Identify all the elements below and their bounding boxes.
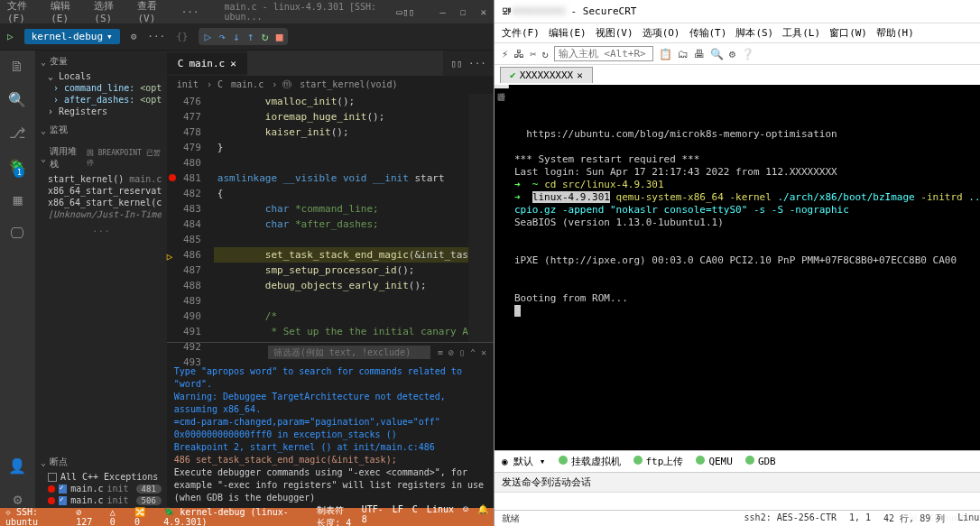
minimap[interactable]: [468, 94, 494, 342]
variables-header[interactable]: ⌄ 变量: [41, 52, 162, 70]
crt-menu-item[interactable]: 脚本(S): [735, 26, 773, 40]
send-command-input[interactable]: [495, 492, 980, 510]
bottom-tab[interactable]: 挂载虚拟机: [559, 455, 621, 468]
crt-menu-item[interactable]: 编辑(E): [549, 26, 587, 40]
tab-close-icon[interactable]: ✕: [230, 58, 236, 69]
settings-icon[interactable]: ⚙: [14, 491, 23, 508]
disconnect-icon[interactable]: ✂: [530, 48, 536, 60]
toolbar-icon[interactable]: 📋: [659, 48, 672, 60]
remote-icon[interactable]: 🖵: [10, 225, 24, 242]
debug-continue-icon[interactable]: ▷: [204, 30, 211, 43]
window-close[interactable]: ✕: [480, 6, 486, 18]
status-encoding[interactable]: UTF-8: [362, 504, 384, 526]
crt-menu-item[interactable]: 窗口(W): [829, 26, 867, 40]
stack-frame[interactable]: [Unknown/Just-In-Time co…: [41, 208, 162, 220]
explorer-icon[interactable]: 🗎: [10, 58, 24, 75]
toolbar-icon[interactable]: ❔: [741, 48, 754, 60]
crt-menu-item[interactable]: 文件(F): [502, 26, 540, 40]
bottom-tab[interactable]: GDB: [745, 456, 776, 467]
bp-all-exceptions[interactable]: All C++ Exceptions: [41, 471, 162, 483]
account-icon[interactable]: 👤: [8, 457, 26, 475]
crt-tab[interactable]: ✔ XXXXXXXXX ✕: [500, 67, 593, 83]
host-input[interactable]: [554, 46, 653, 61]
window-maximize[interactable]: ☐: [460, 6, 467, 18]
more-icon[interactable]: ···: [147, 31, 165, 42]
breakpoints-header[interactable]: ⌄ 断点: [41, 453, 162, 471]
activity-bar: 🗎 🔍 ⎇ 🪲1 ▦ 🖵 👤 ⚙: [0, 51, 35, 508]
debug-console: ≡ ⊘ ▯ ⌃ ✕ Type "apropos word" to search …: [167, 342, 494, 508]
crt-menu-item[interactable]: 工具(L): [782, 26, 820, 40]
bp-row[interactable]: main.c init506: [41, 494, 162, 506]
code-editor[interactable]: vmalloc_init(); ioremap_huge_init(); kai…: [214, 94, 468, 342]
console-filter-input[interactable]: [268, 346, 430, 359]
status-cursor: 1, 1: [849, 512, 871, 525]
toolbar-icon[interactable]: 🔍: [710, 48, 724, 60]
toolbar-icon[interactable]: ⚙: [729, 48, 735, 60]
watch-header[interactable]: ⌄ 监视: [41, 121, 162, 139]
bottom-tab[interactable]: ◉ 默认 ▾: [502, 455, 546, 468]
crt-menu-item[interactable]: 传输(T): [689, 26, 727, 40]
status-errors[interactable]: ⊘ 127: [76, 507, 98, 526]
stack-frame[interactable]: start_kernel() main.c: [41, 173, 162, 185]
breadcrumb[interactable]: init › C main.c › ⓜ start_kernel(void): [167, 76, 494, 94]
debug-step-out-icon[interactable]: ↑: [247, 30, 254, 43]
var-after-dashes[interactable]: › after_dashes: <optimiz…: [41, 94, 162, 106]
stack-frame[interactable]: x86_64_start_reservations: [41, 185, 162, 197]
bp-row[interactable]: main.c init481: [41, 483, 162, 494]
tab-close-icon[interactable]: ✕: [577, 69, 583, 81]
editor-tab[interactable]: C main.c ✕: [167, 53, 247, 74]
quick-connect-icon[interactable]: ⚡: [502, 48, 508, 60]
debug-restart-icon[interactable]: ↻: [262, 30, 269, 43]
layout-icon[interactable]: ▭▯▯: [396, 6, 414, 18]
var-command-line[interactable]: › command_line: <optimiz…: [41, 82, 162, 94]
split-icon[interactable]: ▯▯ ···: [443, 58, 494, 69]
code-gutter[interactable]: 476477478479480481482483484485486▷487488…: [167, 94, 214, 342]
crt-terminal[interactable]: 会话管理器 https://ubuntu.com/blog/microk8s-m…: [495, 85, 980, 450]
status-feedback-icon[interactable]: ☺: [463, 504, 468, 526]
debug-step-into-icon[interactable]: ↓: [233, 30, 240, 43]
debug-stop-icon[interactable]: ■: [276, 30, 283, 43]
search-icon[interactable]: 🔍: [8, 91, 26, 108]
callstack-header[interactable]: ⌄ 调用堆栈 因 BREAKPOINT 已暂停: [41, 143, 162, 173]
status-remote[interactable]: ⟐ SSH: ubuntu: [5, 507, 65, 526]
crt-bottom-tabs: ◉ 默认 ▾ 挂载虚拟机 ftp上传 QEMU GDB: [495, 450, 980, 472]
debug-icon[interactable]: 🪲1: [0, 158, 26, 175]
bottom-tab[interactable]: ftp上传: [633, 455, 684, 468]
menu-file[interactable]: 文件(F): [7, 0, 38, 24]
toolbar-icon[interactable]: 🖶: [694, 48, 705, 60]
status-eol[interactable]: LF: [393, 504, 403, 526]
crt-menu-item[interactable]: 视图(V): [596, 26, 633, 40]
scm-icon[interactable]: ⎇: [9, 125, 25, 142]
bottom-tab[interactable]: QEMU: [696, 456, 733, 467]
connect-icon[interactable]: 🖧: [513, 48, 524, 60]
vscode-title-bar: 文件(F) 编辑(E) 选择(S) 查看(V) ··· main.c - lin…: [0, 0, 494, 23]
crt-status-bar: 就绪 ssh2: AES-256-CTR 1, 1 42 行, 89 列 Lin…: [495, 510, 980, 526]
menu-edit[interactable]: 编辑(E): [51, 0, 81, 24]
status-debug-target[interactable]: 🪲 kernel-debug (linux-4.9.301): [163, 507, 306, 526]
locals-header[interactable]: ⌄ Locals: [41, 70, 162, 82]
status-cipher: ssh2: AES-256-CTR: [744, 512, 837, 525]
menu-more[interactable]: ···: [181, 6, 199, 18]
status-warnings[interactable]: △ 0: [110, 507, 124, 526]
status-bell-icon[interactable]: 🔔: [477, 504, 488, 526]
session-manager-tab[interactable]: 会话管理器: [495, 85, 509, 88]
registers-header[interactable]: › Registers: [41, 106, 162, 117]
extensions-icon[interactable]: ▦: [14, 191, 23, 208]
status-lang[interactable]: C: [412, 504, 418, 526]
status-os[interactable]: Linux: [427, 504, 454, 526]
gear-icon[interactable]: ⚙: [131, 31, 137, 42]
crt-menu-item[interactable]: 选项(O): [643, 26, 680, 40]
debug-start-icon[interactable]: ▷: [7, 31, 14, 42]
crt-menu-item[interactable]: 帮助(H): [876, 26, 914, 40]
status-misc[interactable]: 🔀 0: [134, 507, 153, 526]
crt-title-bar: 🖳 XXXXXXXXX - SecureCRT — ☐ ✕: [495, 0, 980, 23]
window-minimize[interactable]: —: [439, 6, 446, 18]
status-tabsize[interactable]: 制表符长度: 4: [317, 504, 353, 526]
menu-select[interactable]: 选择(S): [94, 0, 125, 24]
stack-frame[interactable]: x86_64_start_kernel(char: [41, 197, 162, 208]
menu-view[interactable]: 查看(V): [137, 0, 168, 24]
reconnect-icon[interactable]: ↻: [541, 48, 548, 60]
debug-step-over-icon[interactable]: ↷: [218, 30, 226, 43]
toolbar-icon[interactable]: 🗂: [678, 48, 689, 60]
debug-target-chip[interactable]: kernel-debug ▾: [24, 29, 120, 44]
